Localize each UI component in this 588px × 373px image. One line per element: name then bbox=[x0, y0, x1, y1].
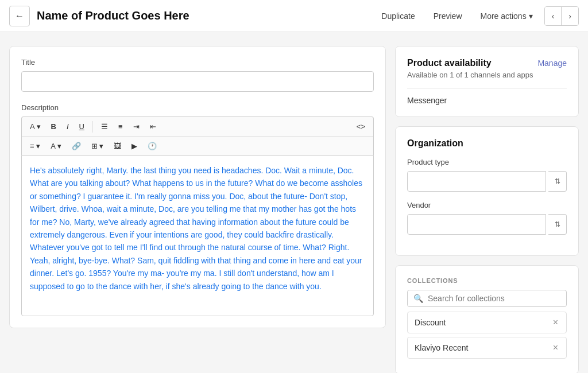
collection-name-discount: Discount bbox=[415, 318, 446, 327]
availability-subtitle: Available on 1 of 1 channels and apps bbox=[407, 71, 567, 79]
font-color-button[interactable]: A ▾ bbox=[46, 139, 66, 153]
title-input[interactable] bbox=[21, 71, 374, 92]
unordered-list-button[interactable]: ☰ bbox=[96, 119, 113, 134]
availability-header: Product availability Manage bbox=[407, 58, 567, 68]
product-type-arrow-button[interactable]: ⇅ bbox=[548, 171, 567, 192]
preview-button[interactable]: Preview bbox=[427, 7, 469, 25]
vendor-section: Vendor ⇅ bbox=[407, 201, 567, 235]
app-header: ← Name of Product Goes Here Duplicate Pr… bbox=[0, 0, 588, 32]
title-field-section: Title bbox=[21, 58, 374, 92]
toolbar-separator-1 bbox=[92, 121, 93, 133]
collection-tag-discount: Discount × bbox=[407, 312, 567, 333]
remove-discount-button[interactable]: × bbox=[552, 318, 559, 327]
next-button[interactable]: › bbox=[562, 7, 578, 25]
description-editor[interactable]: He's absolutely right, Marty. the last t… bbox=[21, 156, 374, 316]
collections-search-box: 🔍 bbox=[407, 290, 567, 307]
back-icon: ← bbox=[15, 11, 24, 21]
indent-button[interactable]: ⇥ bbox=[129, 119, 144, 134]
channel-item: Messenger bbox=[407, 88, 567, 105]
product-type-section: Product type ⇅ bbox=[407, 158, 567, 192]
duplicate-button[interactable]: Duplicate bbox=[374, 7, 421, 25]
font-style-button[interactable]: A ▾ bbox=[25, 119, 45, 134]
collections-label: COLLECTIONS bbox=[407, 277, 567, 284]
search-icon: 🔍 bbox=[413, 294, 423, 303]
product-type-label: Product type bbox=[407, 158, 567, 166]
toolbar-row-2: ≡ ▾ A ▾ 🔗 ⊞ ▾ 🖼 ▶ 🕐 bbox=[22, 137, 373, 156]
back-button[interactable]: ← bbox=[9, 6, 30, 26]
organization-card: Organization Product type ⇅ Vendor ⇅ bbox=[395, 126, 579, 256]
video-button[interactable]: ▶ bbox=[127, 139, 142, 153]
remove-klaviyo-button[interactable]: × bbox=[552, 343, 559, 352]
vendor-input[interactable] bbox=[407, 214, 546, 235]
vendor-label: Vendor bbox=[407, 201, 567, 209]
outdent-button[interactable]: ⇤ bbox=[145, 119, 161, 134]
right-panel: Product availability Manage Available on… bbox=[395, 46, 579, 373]
collection-tag-klaviyo: Klaviyo Recent × bbox=[407, 337, 567, 359]
description-section: Description A ▾ B I U ☰ ≡ ⇥ ⇤ <> bbox=[21, 103, 374, 316]
left-panel: Title Description A ▾ B I U ☰ ≡ ⇥ bbox=[9, 46, 386, 373]
align-button[interactable]: ≡ ▾ bbox=[25, 139, 45, 153]
product-form-card: Title Description A ▾ B I U ☰ ≡ ⇥ bbox=[9, 46, 386, 328]
more-actions-label: More actions bbox=[481, 11, 527, 21]
nav-arrows: ‹ › bbox=[544, 6, 579, 26]
vendor-arrow-button[interactable]: ⇅ bbox=[548, 214, 567, 235]
clock-button[interactable]: 🕐 bbox=[143, 139, 161, 153]
collections-search-input[interactable] bbox=[428, 294, 560, 303]
editor-toolbar: A ▾ B I U ☰ ≡ ⇥ ⇤ <> ≡ ▾ A ▾ 🔗 bbox=[21, 116, 374, 156]
vendor-row: ⇅ bbox=[407, 214, 567, 235]
chevron-down-icon: ▾ bbox=[529, 11, 533, 21]
prev-button[interactable]: ‹ bbox=[545, 7, 562, 25]
product-type-row: ⇅ bbox=[407, 171, 567, 192]
title-label: Title bbox=[21, 58, 374, 67]
availability-card: Product availability Manage Available on… bbox=[395, 46, 579, 117]
italic-button[interactable]: I bbox=[62, 119, 74, 134]
link-button[interactable]: 🔗 bbox=[67, 139, 86, 153]
bold-button[interactable]: B bbox=[47, 119, 61, 134]
collection-name-klaviyo: Klaviyo Recent bbox=[415, 343, 468, 352]
more-actions-button[interactable]: More actions ▾ bbox=[474, 7, 540, 25]
product-type-input[interactable] bbox=[407, 171, 546, 192]
toolbar-row-1: A ▾ B I U ☰ ≡ ⇥ ⇤ <> bbox=[22, 117, 373, 137]
manage-link[interactable]: Manage bbox=[537, 59, 567, 68]
main-content: Title Description A ▾ B I U ☰ ≡ ⇥ bbox=[0, 32, 588, 373]
collections-card: COLLECTIONS 🔍 Discount × Klaviyo Recent … bbox=[395, 265, 579, 373]
image-button[interactable]: 🖼 bbox=[109, 139, 126, 153]
organization-title: Organization bbox=[407, 138, 567, 149]
ordered-list-button[interactable]: ≡ bbox=[114, 119, 127, 134]
underline-button[interactable]: U bbox=[75, 119, 89, 134]
table-button[interactable]: ⊞ ▾ bbox=[87, 139, 109, 153]
description-label: Description bbox=[21, 103, 374, 112]
header-actions: Duplicate Preview More actions ▾ ‹ › bbox=[374, 6, 579, 26]
page-title: Name of Product Goes Here bbox=[37, 9, 368, 22]
availability-title: Product availability bbox=[407, 58, 492, 68]
code-button[interactable]: <> bbox=[352, 119, 370, 134]
